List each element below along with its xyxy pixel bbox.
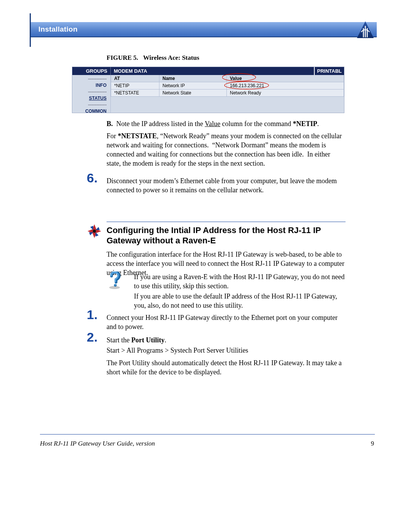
tip-text-2: If you are able to use the default IP ad…	[134, 292, 345, 310]
chapter-title: Installation	[31, 25, 78, 34]
page: Installation FIGURE 5. Wireless Ace: Sta…	[0, 0, 411, 532]
section-icon	[86, 223, 102, 241]
step-6-text: Disconnect your modem’s Ethernet cable f…	[107, 176, 344, 195]
sidebar-common: COMMON	[72, 107, 110, 113]
company-logo-icon	[356, 21, 375, 41]
svg-point-1	[225, 81, 269, 89]
step-1-number: 1.	[87, 310, 97, 319]
figure-caption: FIGURE 5. Wireless Ace: Status	[107, 54, 199, 62]
section-title: Configuring the Intial IP Address for th…	[107, 225, 342, 246]
svg-point-0	[222, 73, 256, 81]
figure-label: FIGURE 5.	[107, 54, 138, 61]
svg-marker-6	[90, 226, 93, 230]
footer-rule	[40, 434, 375, 435]
status-table: AT Name Value *NETIP Network IP	[111, 75, 344, 113]
groups-sidebar: -------------- INFO -------------- STATU…	[72, 75, 111, 113]
wireless-ace-screenshot: GROUPS -------------- INFO -------------…	[72, 67, 344, 113]
sidebar-info: INFO	[72, 81, 110, 88]
question-mark-icon	[107, 272, 122, 291]
svg-marker-5	[96, 232, 99, 236]
page-number: 9	[371, 440, 374, 447]
step-1-text: Connect your Host RJ-11 IP Gateway direc…	[107, 313, 344, 331]
step-2-line3: The Port Utility should automatically de…	[107, 358, 344, 377]
note-b: B. Note the IP address listed in the Val…	[107, 119, 344, 128]
svg-point-8	[109, 286, 120, 289]
table-row: *NETSTATE Network State Network Ready	[111, 89, 344, 97]
figure-title: Wireless Ace: Status	[143, 54, 199, 61]
step-6-number: 6.	[87, 173, 97, 182]
step-2-number: 2.	[87, 332, 97, 342]
step-2-line1: Start the Port Utility.	[107, 335, 344, 345]
svg-point-7	[93, 230, 96, 233]
table-row: *NETIP Network IP 166.213.236.221	[111, 82, 344, 89]
svg-point-10	[115, 284, 116, 286]
section-rule	[107, 222, 346, 222]
tip-text-1: If you are using a Raven-E with the Host…	[134, 272, 345, 291]
chapter-header-bar: Installation	[31, 22, 377, 37]
groups-tab: GROUPS	[72, 67, 111, 75]
step-2-line2: Start > All Programs > Systech Port Serv…	[107, 346, 344, 355]
netstate-paragraph: For *NETSTATE, “Network Ready” means you…	[107, 131, 344, 168]
footer-title: Host RJ-11 IP Gateway User Guide, versio…	[40, 440, 155, 447]
sidebar-status: STATUS	[72, 94, 110, 101]
svg-marker-3	[96, 227, 100, 230]
ip-highlight-icon	[224, 81, 273, 90]
svg-marker-4	[89, 232, 93, 235]
printable-tab: PRINTABL	[314, 67, 344, 75]
